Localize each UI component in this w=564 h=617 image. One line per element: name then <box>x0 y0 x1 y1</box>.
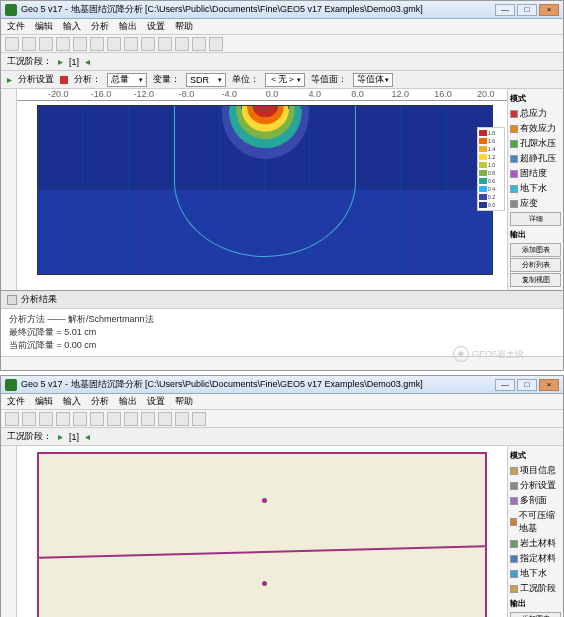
menu-output[interactable]: 输出 <box>119 20 137 33</box>
record-icon[interactable] <box>60 76 68 84</box>
mode-item-1[interactable]: 有效应力 <box>510 121 561 136</box>
mode-item-3[interactable]: 超静孔压 <box>510 151 561 166</box>
tool-save[interactable] <box>39 412 53 426</box>
tool-new[interactable] <box>5 37 19 51</box>
tool-pan[interactable] <box>158 37 172 51</box>
tool-zoom-out[interactable] <box>124 412 138 426</box>
results-panel: 分析结果 分析方法 —— 解析/Schmertmann法 最终沉降量 = 5.0… <box>1 290 563 356</box>
mode-profiles[interactable]: 多剖面 <box>510 493 561 508</box>
stage-bar: 工况阶段： ▸ [1] ▸ <box>1 428 563 446</box>
geo-point-2[interactable] <box>262 581 267 586</box>
stage-number[interactable]: [1] <box>69 57 79 67</box>
tool-zoom-fit[interactable] <box>141 37 155 51</box>
analysis-list-button[interactable]: 分析列表 <box>510 258 561 272</box>
tool-copy[interactable] <box>209 37 223 51</box>
menu-edit[interactable]: 编辑 <box>35 20 53 33</box>
menubar: 文件 编辑 输入 分析 输出 设置 帮助 <box>1 394 563 410</box>
tool-open[interactable] <box>22 37 36 51</box>
stage-number[interactable]: [1] <box>69 432 79 442</box>
stress-dropdown[interactable]: 等值体 <box>353 73 393 87</box>
unit-dropdown[interactable]: ＜无＞ <box>265 73 305 87</box>
tool-grid[interactable] <box>175 412 189 426</box>
maximize-button[interactable]: □ <box>517 4 537 16</box>
tool-save[interactable] <box>39 37 53 51</box>
app-icon <box>5 379 17 391</box>
canvas-area[interactable]: -20.0-16.0-12.0-8.0-4.00.04.08.012.016.0… <box>17 89 507 290</box>
window-title: Geo 5 v17 - 地基固结沉降分析 [C:\Users\Public\Do… <box>21 3 495 16</box>
soil-region <box>37 452 487 617</box>
menu-analysis[interactable]: 分析 <box>91 395 109 408</box>
stage-prev-icon[interactable]: ▸ <box>58 56 63 67</box>
result-final-settlement: 最终沉降量 = 5.01 cm <box>9 326 555 339</box>
menu-input[interactable]: 输入 <box>63 395 81 408</box>
menu-settings[interactable]: 设置 <box>147 395 165 408</box>
mode-incompressible[interactable]: 不可压缩地基 <box>510 508 561 536</box>
tool-open[interactable] <box>22 412 36 426</box>
mode-item-2[interactable]: 孔隙水压 <box>510 136 561 151</box>
stage-next-icon[interactable]: ▸ <box>85 56 90 67</box>
menu-output[interactable]: 输出 <box>119 395 137 408</box>
geo-point-1[interactable] <box>262 498 267 503</box>
mode-panel: 模式 总应力 有效应力 孔隙水压 超静孔压 固结度 地下水 应变 详细 输出 添… <box>507 89 563 290</box>
geometry-plot[interactable] <box>37 452 487 617</box>
tool-zoom-in[interactable] <box>107 37 121 51</box>
mode-project[interactable]: 项目信息 <box>510 463 561 478</box>
add-chart-button[interactable]: 添加图表 <box>510 243 561 257</box>
mode-item-6[interactable]: 应变 <box>510 196 561 211</box>
output-header: 输出 <box>510 596 561 611</box>
results-tab[interactable]: 分析结果 <box>1 291 563 309</box>
mode-stage[interactable]: 工况阶段 <box>510 581 561 596</box>
tool-pan[interactable] <box>158 412 172 426</box>
menu-input[interactable]: 输入 <box>63 20 81 33</box>
run-icon[interactable]: ▸ <box>7 74 12 85</box>
close-button[interactable]: × <box>539 379 559 391</box>
menu-file[interactable]: 文件 <box>7 20 25 33</box>
menu-file[interactable]: 文件 <box>7 395 25 408</box>
mode-item-0[interactable]: 总应力 <box>510 106 561 121</box>
menu-help[interactable]: 帮助 <box>175 395 193 408</box>
tool-new[interactable] <box>5 412 19 426</box>
mode-settings[interactable]: 分析设置 <box>510 478 561 493</box>
menu-edit[interactable]: 编辑 <box>35 395 53 408</box>
tool-undo[interactable] <box>73 412 87 426</box>
mode-soils[interactable]: 岩土材料 <box>510 536 561 551</box>
mode-item-5[interactable]: 地下水 <box>510 181 561 196</box>
copy-view-button[interactable]: 复制视图 <box>510 273 561 287</box>
menu-analysis[interactable]: 分析 <box>91 20 109 33</box>
settlement-contour <box>220 106 311 182</box>
close-button[interactable]: × <box>539 4 559 16</box>
mode-item-4[interactable]: 固结度 <box>510 166 561 181</box>
tool-print[interactable] <box>56 412 70 426</box>
maximize-button[interactable]: □ <box>517 379 537 391</box>
stage-next-icon[interactable]: ▸ <box>85 431 90 442</box>
canvas-area[interactable] <box>17 446 507 617</box>
tool-snap[interactable] <box>192 37 206 51</box>
variable-dropdown[interactable]: SDR <box>186 73 226 87</box>
tool-redo[interactable] <box>90 412 104 426</box>
minimize-button[interactable]: — <box>495 4 515 16</box>
tool-print[interactable] <box>56 37 70 51</box>
mode-assign[interactable]: 指定材料 <box>510 551 561 566</box>
output-header: 输出 <box>510 227 561 242</box>
ruler-top: -20.0-16.0-12.0-8.0-4.00.04.08.012.016.0… <box>17 89 507 101</box>
tool-zoom-fit[interactable] <box>141 412 155 426</box>
titlebar: Geo 5 v17 - 地基固结沉降分析 [C:\Users\Public\Do… <box>1 376 563 394</box>
minimize-button[interactable]: — <box>495 379 515 391</box>
stage-prev-icon[interactable]: ▸ <box>58 431 63 442</box>
tool-zoom-in[interactable] <box>107 412 121 426</box>
menu-help[interactable]: 帮助 <box>175 20 193 33</box>
tool-zoom-out[interactable] <box>124 37 138 51</box>
tool-snap[interactable] <box>192 412 206 426</box>
menu-settings[interactable]: 设置 <box>147 20 165 33</box>
layer-interface <box>39 545 485 559</box>
tool-grid[interactable] <box>175 37 189 51</box>
fem-contour-plot[interactable] <box>37 105 493 275</box>
mode-water[interactable]: 地下水 <box>510 566 561 581</box>
param-dropdown[interactable]: 总量 <box>107 73 147 87</box>
detail-button[interactable]: 详细 <box>510 212 561 226</box>
tool-undo[interactable] <box>73 37 87 51</box>
analysis-settings-link[interactable]: 分析设置 <box>18 73 54 86</box>
app-icon <box>5 4 17 16</box>
add-chart-button[interactable]: 添加图表 <box>510 612 561 617</box>
tool-redo[interactable] <box>90 37 104 51</box>
